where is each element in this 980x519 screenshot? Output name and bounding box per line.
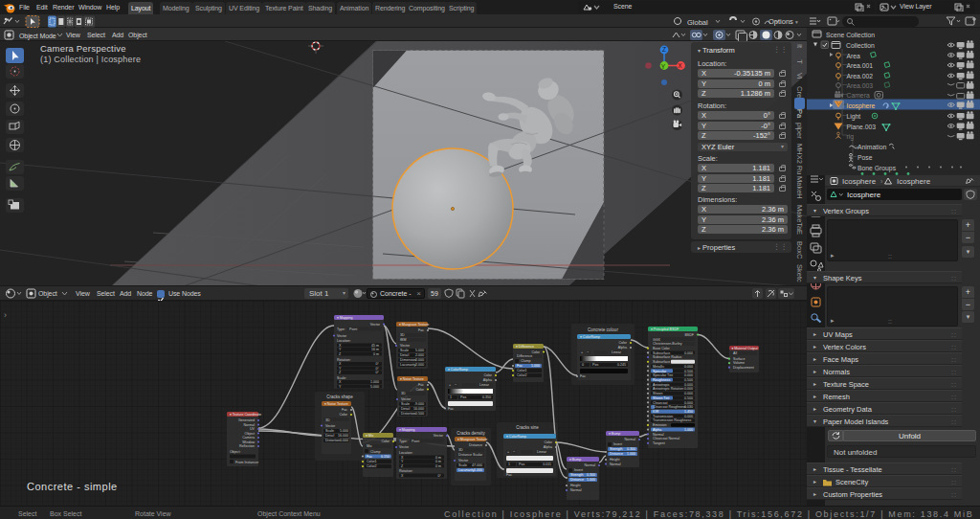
svg-text:1: 1 [450,395,452,399]
svg-text:Reflection: Reflection [239,444,255,448]
svg-text:Surface: Surface [733,357,745,361]
svg-text:Object Mode: Object Mode [19,33,56,40]
svg-text:Concrete - simple: Concrete - simple [27,481,118,492]
svg-text:Global: Global [687,18,708,27]
svg-text:Scale: Scale [458,463,467,467]
svg-text:−: − [587,350,589,354]
svg-text:0.300: 0.300 [587,473,595,477]
svg-text:X: X [678,62,682,69]
svg-text:Lacunarity: Lacunarity [458,468,475,472]
svg-text:Normal: Normal [624,438,635,441]
svg-text:Alpha: Alpha [653,428,661,432]
svg-text:GGX: GGX [653,338,661,342]
svg-text:Z: Z [662,46,666,53]
svg-text:0.000: 0.000 [684,373,693,377]
svg-text:Fac: Fac [448,407,454,411]
svg-text:Area.001: Area.001 [847,62,874,69]
svg-text:0.000: 0.000 [684,387,693,391]
svg-text:Specular: Specular [653,370,667,373]
svg-text:Concrete colour: Concrete colour [588,327,618,332]
svg-text:Scene Collection: Scene Collection [826,32,875,38]
svg-text:▾ ColorRamp: ▾ ColorRamp [580,335,600,339]
svg-text:2.000: 2.000 [415,358,424,362]
svg-text:Cracks sine: Cracks sine [516,425,539,430]
svg-text:5.000: 5.000 [340,429,348,433]
svg-text:Scale: Scale [400,349,409,352]
svg-text:0.000: 0.000 [684,383,693,387]
svg-text:Rotation:: Rotation: [337,358,350,362]
svg-text:Fac: Fac [342,408,347,412]
svg-text:Pos: Pos [460,395,466,399]
svg-text:Strength: Strength [610,447,623,451]
svg-text:Transmission: Transmission [653,415,673,418]
svg-text:Invert: Invert [613,442,622,446]
svg-text:Metallic: Metallic [653,365,664,369]
svg-text:Y: Y [661,63,666,70]
svg-text:Clamp: Clamp [521,359,530,363]
svg-text:Window: Window [242,440,255,444]
svg-text:Color2: Color2 [367,464,377,468]
svg-text:Type:: Type: [337,327,345,331]
svg-text:0 m: 0 m [435,464,441,468]
svg-text:3D: 3D [401,392,406,395]
svg-text:Normal: Normal [570,488,582,492]
svg-text:−: − [455,383,457,387]
svg-text:Color: Color [339,413,347,417]
svg-text:Pose: Pose [858,154,873,161]
svg-text:1.000: 1.000 [474,468,482,472]
svg-text:Color: Color [483,373,492,377]
svg-text:Clamp: Clamp [370,450,380,454]
svg-text:Type:: Type: [399,440,408,443]
svg-text:0 m: 0 m [373,352,379,356]
svg-text:Subsurface: Subsurface [653,351,670,355]
svg-text:Object:: Object: [230,450,240,454]
svg-text:Icosphere: Icosphere [897,177,931,186]
svg-text:Linear: Linear [612,350,622,354]
svg-text:+: + [581,350,583,354]
svg-text:Emission: Emission [653,423,667,427]
svg-text:Subsurface Radius: Subsurface Radius [653,355,682,359]
svg-text:Transmission Roughness: Transmission Roughness [653,418,692,422]
svg-text:Fac: Fac [506,473,512,477]
svg-text:45 m: 45 m [371,344,379,348]
svg-text:Strength: Strength [570,473,584,477]
svg-text:Point: Point [349,327,357,331]
svg-text:Sheen: Sheen [653,392,662,395]
svg-text:1.000: 1.000 [587,478,595,482]
svg-text:Cracks shape: Cracks shape [326,395,353,399]
svg-text:Mix: Mix [367,444,372,448]
svg-text:▾ Bump: ▾ Bump [609,432,620,436]
svg-text:0.000: 0.000 [684,365,693,369]
svg-text:Distortion: Distortion [325,439,340,442]
svg-text:0.000: 0.000 [684,392,693,395]
svg-text:0.011: 0.011 [543,463,551,466]
svg-text:Vector: Vector [337,334,347,338]
svg-text:Sheen Tint: Sheen Tint [653,396,669,400]
svg-text:▾ Difference: ▾ Difference [516,345,534,349]
svg-text:Fac: Fac [580,374,586,378]
svg-text:1.000: 1.000 [627,452,635,456]
svg-text:▾ Mapping: ▾ Mapping [399,428,415,432]
svg-text:Color: Color [618,341,627,345]
svg-text:-9.000: -9.000 [414,402,424,406]
svg-text:rig: rig [847,133,855,141]
svg-text:0°: 0° [376,371,380,374]
svg-text:Detail: Detail [401,407,410,411]
svg-text:0°: 0° [376,367,380,371]
svg-text:Distance: Distance [570,478,584,482]
svg-text:Normal: Normal [610,463,621,466]
svg-text:fBM: fBM [400,338,406,342]
svg-text:5.000: 5.000 [415,349,424,352]
svg-text:0 m: 0 m [435,460,441,463]
svg-text:Linear: Linear [479,383,490,387]
svg-text:Distance: Distance [610,452,623,456]
svg-text:Clearcoat: Clearcoat [653,401,667,405]
svg-text:3D: 3D [325,418,330,422]
svg-text:Vector: Vector [434,434,444,438]
svg-text:0.500: 0.500 [684,370,693,373]
svg-text:Specular Tint: Specular Tint [653,373,673,377]
svg-text:IOR: IOR [653,410,659,414]
svg-text:Alpha: Alpha [544,445,552,449]
svg-text:16 m: 16 m [371,348,379,351]
svg-text:Vector: Vector [400,344,411,348]
